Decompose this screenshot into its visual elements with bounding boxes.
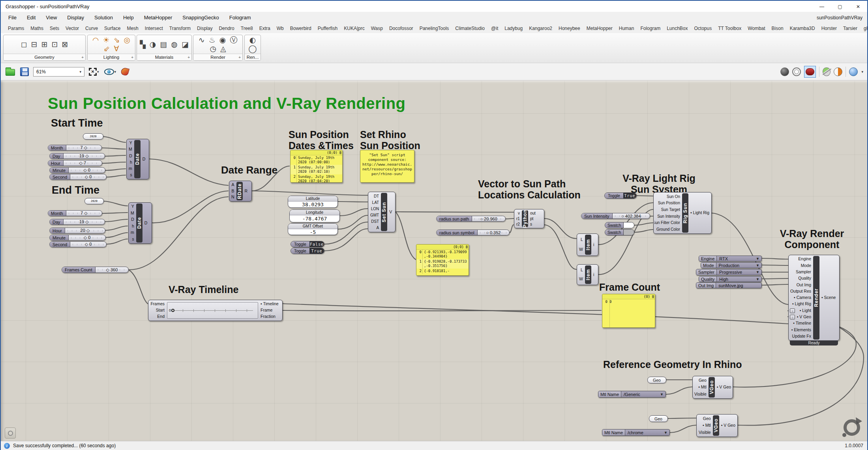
plugin-tab[interactable]: MetaHopper (583, 25, 616, 32)
plugin-tab[interactable]: gHowl (861, 25, 868, 32)
rdate-component[interactable]: ABN RDate R (229, 181, 252, 202)
toolbar-icon[interactable]: ◍ (171, 40, 178, 49)
list-item-component-2[interactable]: LW Item i (577, 264, 598, 285)
value-list-mtl-chrome[interactable]: Mtl Name/chrome▼ (602, 429, 670, 436)
panel-sun-vectors[interactable]: {0;0} 0{-0.921393,-0.179099,-0.344904}1{… (416, 244, 469, 276)
timeline-track[interactable]: 0 (167, 302, 258, 319)
toggle-apply[interactable]: ToggleTrue (291, 248, 324, 254)
sketch-tool-button[interactable] (120, 65, 129, 78)
menu-item[interactable]: MetaHopper (139, 15, 178, 21)
plugin-tab[interactable]: Wasp (368, 25, 386, 32)
plugin-tab[interactable]: Tree8 (238, 25, 256, 32)
plugin-tab[interactable]: Params (5, 25, 27, 32)
plugin-tab[interactable]: Bowerbird (287, 25, 315, 32)
dropdown-arrow-icon[interactable]: ▼ (754, 263, 761, 267)
toolbar-icon[interactable]: Ⓥ (230, 36, 237, 44)
plugin-tab[interactable]: Docofossor (386, 25, 416, 32)
vray-render-component[interactable]: EngineModeSamplerQualityOut ImgOutput Re… (788, 255, 840, 341)
light-input-menu-button[interactable]: ↓ (790, 308, 795, 313)
slider-end-day[interactable]: Day19 ◇ (49, 219, 105, 225)
text-param-out-img[interactable]: Out ImgsunMove.jpg (696, 282, 762, 288)
slider-start-second[interactable]: Second◇ 0 (49, 174, 107, 180)
component-core[interactable]: VGeo (713, 415, 719, 436)
menu-item[interactable]: Fologram (224, 15, 256, 21)
slider-end-minute[interactable]: Minute◇ 0 (49, 235, 106, 241)
swatch-sun-filter-color[interactable]: Swatch (605, 222, 634, 228)
plugin-tab[interactable]: PanelingTools (416, 25, 452, 32)
canvas-corner-widget[interactable] (5, 428, 16, 439)
geo-param-pill-1[interactable]: Geo (647, 377, 666, 383)
toolbar-icon[interactable]: ⊞ (41, 40, 47, 49)
menu-item[interactable]: Edit (22, 15, 41, 21)
dropdown-arrow-icon[interactable]: ▼ (754, 257, 761, 261)
toolbar-icon[interactable]: ◬ (220, 45, 226, 53)
slider-end-hour[interactable]: Hour20 ◇ (49, 228, 105, 233)
panel-sun-dates[interactable]: (0;0) 0Sunday, July 19th 2020 (07:00:00)… (290, 150, 343, 183)
component-core[interactable]: Item (585, 235, 591, 255)
vgeo-component-2[interactable]: Geo• MtlVisible VGeo • V Geo (696, 414, 738, 437)
slider-end-month[interactable]: Month7 ◇ (48, 210, 102, 216)
value-list-mtl-generic[interactable]: Mtl Name/Generic▼ (598, 391, 666, 398)
dropdown-arrow-icon[interactable]: ▼ (754, 270, 761, 274)
year-param-pill[interactable]: 2020 (84, 198, 104, 204)
slider-start-day[interactable]: Day19 ◇ (49, 153, 105, 159)
vgeo-input-menu-button[interactable]: ↓ (790, 315, 795, 319)
slider-start-month[interactable]: Month7 ◇ (48, 145, 102, 151)
plugin-tab[interactable]: Human (616, 25, 637, 32)
component-core[interactable]: Date (136, 204, 142, 243)
geo-param-pill-2[interactable]: Geo (649, 415, 668, 422)
plugin-tab[interactable]: Display (194, 25, 216, 32)
toolbar-more-icon[interactable]: + (238, 55, 241, 60)
component-core[interactable]: Render (813, 256, 819, 340)
menu-item[interactable]: View (41, 15, 62, 21)
menu-item[interactable]: File (3, 15, 22, 21)
component-core[interactable]: VGeo (709, 377, 715, 398)
value-list-engine[interactable]: EngineRTX▼ (699, 256, 762, 261)
plugin-tab[interactable]: Intersect (142, 25, 166, 32)
toolbar-icon[interactable]: ◷ (210, 45, 216, 53)
list-item-component-1[interactable]: LW Item i (577, 233, 598, 256)
toolbar-icon[interactable]: ⇙ (104, 45, 110, 53)
rig-sun-component[interactable]: Sun OnSun PositionSun TargetSun Intensit… (653, 192, 712, 234)
toolbar-icon[interactable]: ▤ (160, 40, 167, 49)
toolbar-icon[interactable]: ◻ (21, 40, 27, 49)
plugin-tab[interactable]: KUKA|prc (341, 25, 367, 32)
plugin-tab[interactable]: LunchBox (664, 25, 691, 32)
minimize-button[interactable]: — (813, 1, 831, 13)
plugin-tab[interactable]: Surface (101, 25, 124, 32)
chevron-down-icon[interactable]: ▾ (861, 70, 863, 74)
longitude-param[interactable]: Longitude-78.4767 (289, 209, 340, 222)
timeline-knob[interactable]: 0 (169, 308, 174, 312)
toolbar-icon[interactable]: ◪ (182, 40, 189, 49)
toggle-sun-on[interactable]: ToggleTrue (604, 192, 637, 199)
preview-toggle-button[interactable]: ▾ (103, 65, 117, 78)
toolbar-icon[interactable]: ⊟ (31, 40, 37, 49)
toolbar-icon[interactable]: ∿ (199, 36, 205, 44)
maximize-button[interactable]: ▢ (831, 1, 849, 13)
toolbar-more-icon[interactable]: + (187, 55, 190, 60)
vgeo-component-1[interactable]: Geo• MtlVisible VGeo • V Geo (692, 376, 733, 399)
toggle-dst[interactable]: ToggleFalse (291, 241, 324, 247)
plugin-tab[interactable]: Octopus (691, 25, 715, 32)
chevron-down-icon[interactable]: ▾ (97, 70, 99, 74)
toolbar-icon[interactable]: ∀ (114, 45, 119, 53)
plugin-tab[interactable]: Bison (769, 25, 787, 32)
panel-frame-count[interactable]: {0} 00 (602, 294, 655, 328)
menu-item[interactable]: SnappingGecko (177, 15, 224, 21)
plugin-tab[interactable]: Honeybee (555, 25, 583, 32)
set-sun-component[interactable]: DTLATLONGMTDSTA Set Sun V (368, 192, 396, 232)
value-list-quality[interactable]: QualityHigh▼ (699, 276, 762, 282)
document-preview-icon[interactable] (849, 67, 858, 76)
save-file-button[interactable] (19, 65, 30, 78)
chevron-down-icon[interactable]: ▾ (114, 70, 116, 74)
component-core[interactable]: RDate (236, 182, 243, 200)
dropdown-arrow-icon[interactable]: ▼ (658, 392, 666, 396)
zoom-extents-button[interactable]: ✕▾ (88, 65, 100, 78)
toolbar-icon[interactable]: ☀ (103, 36, 110, 44)
component-core[interactable]: Item (585, 265, 591, 284)
toolbar-icon[interactable]: ⊡ (51, 40, 58, 49)
plugin-tab[interactable]: Horster (818, 25, 840, 32)
toolbar-icon[interactable]: ◠ (92, 36, 99, 44)
plugin-tab[interactable]: Tarsier (840, 25, 861, 32)
toolbar-icon[interactable]: ⊠ (62, 40, 68, 49)
